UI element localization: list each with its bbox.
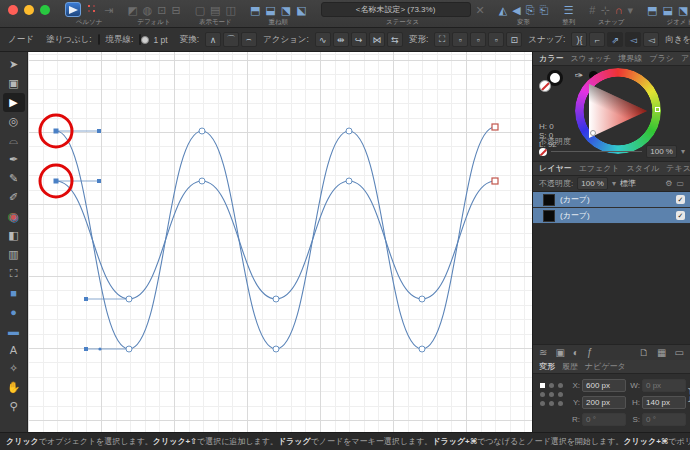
document-canvas[interactable] xyxy=(28,52,532,432)
snap-perpendicular-icon[interactable]: ◅ xyxy=(643,32,659,47)
text-tool[interactable]: A xyxy=(3,340,25,359)
tab-styles[interactable]: スタイル xyxy=(627,163,660,174)
join-curves-icon[interactable]: ⋈ xyxy=(369,32,385,47)
tab-transform[interactable]: 変形 xyxy=(539,361,555,372)
view-hand-tool[interactable]: ✋ xyxy=(3,378,25,397)
snap-aligned-icon[interactable]: ⇗ xyxy=(607,32,623,47)
snapping-toggle-icon[interactable]: ⊹ xyxy=(600,3,609,17)
chevron-down-icon[interactable]: ▾ xyxy=(681,147,685,156)
synchronise-defaults-icon[interactable]: ◩ xyxy=(127,3,137,17)
convert-to-smooth-icon[interactable]: ⌒ xyxy=(223,32,239,47)
transform-mode-icon[interactable]: ⛶ xyxy=(434,32,450,47)
h-field[interactable]: 140 px xyxy=(642,396,686,409)
pen-tool[interactable]: ✒ xyxy=(3,150,25,169)
noise-opacity-icon[interactable] xyxy=(539,148,547,156)
zoom-tool[interactable]: ⚲ xyxy=(3,397,25,416)
tab-swatches[interactable]: スウォッチ xyxy=(570,53,611,64)
tab-text[interactable]: テキスト xyxy=(666,163,690,174)
tab-history[interactable]: 履歴 xyxy=(562,361,578,372)
color-picker-tool[interactable]: ✧ xyxy=(3,359,25,378)
snap-construction-icon[interactable]: ◅ xyxy=(625,32,641,47)
curve-node[interactable] xyxy=(346,128,352,134)
rotate-cw-icon[interactable]: ⎗ xyxy=(539,3,548,17)
place-image-tool[interactable]: ▥ xyxy=(3,245,25,264)
maximize-window-button[interactable] xyxy=(40,5,50,15)
close-curve-icon[interactable]: ⇹ xyxy=(333,32,349,47)
handle-endpoint[interactable] xyxy=(97,129,101,133)
move-to-front-icon[interactable]: ⬒ xyxy=(250,3,260,17)
gear-icon[interactable]: ⚙ xyxy=(665,179,672,188)
snap-offcurve-icon[interactable]: ){ xyxy=(571,32,587,47)
trash-icon[interactable]: ▭ xyxy=(676,179,684,188)
tab-layers[interactable]: レイヤー xyxy=(539,163,572,174)
vector-crop-tool[interactable]: ⛶ xyxy=(3,264,25,283)
adjustment-layer-icon[interactable]: ◐ xyxy=(573,347,579,358)
artboard-tool[interactable]: ▣ xyxy=(3,74,25,93)
save-defaults-icon[interactable]: ◍ xyxy=(143,3,153,17)
flip-vertical-icon[interactable]: ◀ xyxy=(512,3,520,17)
move-to-back-icon[interactable]: ⬕ xyxy=(296,3,306,17)
opacity-slider[interactable] xyxy=(551,151,642,152)
curve-node[interactable] xyxy=(273,346,279,352)
fill-stroke-indicator[interactable] xyxy=(539,70,573,96)
ellipse-tool[interactable]: ● xyxy=(3,302,25,321)
boolean-add-icon[interactable]: ⬒ xyxy=(647,3,657,17)
transparency-tool[interactable]: ◧ xyxy=(3,226,25,245)
snap-tocurve-icon[interactable]: ⌐ xyxy=(589,32,605,47)
handle-endpoint[interactable] xyxy=(84,297,88,301)
transform-center-icon[interactable]: ⊡ xyxy=(506,32,522,47)
retina-view-icon[interactable]: ◫ xyxy=(225,3,235,17)
transform-segment-3-icon[interactable]: ▫ xyxy=(488,32,504,47)
move-tool[interactable]: ➤ xyxy=(3,55,25,74)
pixel-view-icon[interactable]: ▤ xyxy=(210,3,220,17)
outer-sine-curve[interactable] xyxy=(56,127,495,349)
break-curve-icon[interactable]: ∿ xyxy=(315,32,331,47)
export-persona-icon[interactable]: ⇥ xyxy=(104,3,113,17)
revert-defaults-icon[interactable]: ⊟ xyxy=(171,3,180,17)
selected-start-node[interactable] xyxy=(54,179,59,184)
curve-node[interactable] xyxy=(126,296,132,302)
transform-segment-2-icon[interactable]: ▫ xyxy=(470,32,486,47)
s-field[interactable]: 0 ° xyxy=(642,413,686,426)
snap-options-chevron-icon[interactable]: ▾ xyxy=(628,3,634,17)
eyedropper-icon[interactable]: ✑ xyxy=(575,70,583,81)
move-backward-icon[interactable]: ⬔ xyxy=(281,3,291,17)
new-group-icon[interactable]: ▦ xyxy=(657,347,666,358)
handle-endpoint[interactable] xyxy=(97,179,101,183)
handle-dot[interactable] xyxy=(98,347,101,350)
selected-start-node[interactable] xyxy=(54,129,59,134)
designer-persona-icon[interactable] xyxy=(65,2,81,17)
reverse-curves-icon[interactable]: ⇆ xyxy=(387,32,403,47)
layer-row-curve-1[interactable]: (カーブ) ✓ xyxy=(533,192,690,208)
layer-visibility-checkbox[interactable]: ✓ xyxy=(676,211,685,220)
tab-stroke[interactable]: 境界線 xyxy=(618,53,642,64)
transform-segment-1-icon[interactable]: ▫ xyxy=(452,32,468,47)
curve-node[interactable] xyxy=(273,296,279,302)
r-field[interactable]: 0 ° xyxy=(582,413,626,426)
tab-appearance[interactable]: アピアランス xyxy=(681,53,690,64)
anchor-point-selector[interactable] xyxy=(538,381,564,407)
layer-row-curve-2[interactable]: (カーブ) ✓ xyxy=(533,208,690,224)
smooth-curve-icon[interactable]: ↪ xyxy=(351,32,367,47)
rounded-rectangle-tool[interactable]: ▬ xyxy=(3,321,25,340)
curve-node[interactable] xyxy=(346,178,352,184)
tab-color[interactable]: カラー xyxy=(539,53,563,64)
minimize-window-button[interactable] xyxy=(24,5,34,15)
y-field[interactable]: 200 px xyxy=(582,396,626,409)
new-layer-icon[interactable]: 🗋 xyxy=(639,347,649,358)
convert-to-sharp-icon[interactable]: ∧ xyxy=(205,32,221,47)
curve-node[interactable] xyxy=(126,346,132,352)
tab-brushes[interactable]: ブラシ xyxy=(649,53,674,64)
fill-gradient-tool[interactable]: ◉ xyxy=(3,207,25,226)
vector-view-icon[interactable]: ▢ xyxy=(195,3,205,17)
fill-swatch[interactable] xyxy=(98,34,100,45)
hue-marker[interactable] xyxy=(655,107,660,112)
end-node[interactable] xyxy=(492,124,498,130)
flip-horizontal-icon[interactable]: ◭ xyxy=(499,3,507,17)
tab-navigator[interactable]: ナビゲータ xyxy=(585,361,626,372)
curve-node[interactable] xyxy=(199,178,205,184)
point-transform-tool[interactable]: ◎ xyxy=(3,112,25,131)
curve-node[interactable] xyxy=(419,296,425,302)
node-tool[interactable]: ▶ xyxy=(3,93,25,112)
inner-sine-curve[interactable] xyxy=(56,181,495,299)
